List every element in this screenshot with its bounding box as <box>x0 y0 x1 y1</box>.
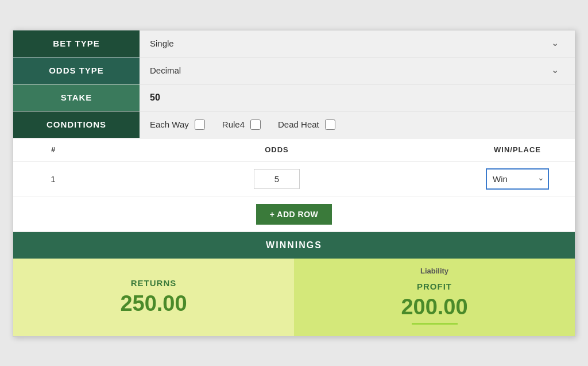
odds-type-select-wrapper: Decimal Fractional American <box>150 66 564 76</box>
returns-value: 250.00 <box>120 291 187 316</box>
stake-row: STAKE 50 <box>13 84 575 111</box>
rule4-condition: Rule4 <box>222 120 261 130</box>
profit-value: 200.00 <box>401 295 467 319</box>
calculator-container: BET TYPE Single Double Treble Accumulato… <box>13 30 575 337</box>
conditions-cell: Each Way Rule4 Dead Heat <box>140 111 575 138</box>
each-way-checkbox[interactable] <box>195 120 205 130</box>
odds-header-row: # ODDS WIN/PLACE <box>13 138 575 161</box>
winnings-header: WINNINGS <box>13 232 575 259</box>
add-row-wrapper: + ADD ROW <box>13 197 575 232</box>
col-hash-header: # <box>25 145 82 154</box>
odds-input-wrapper: 5 <box>82 169 471 189</box>
returns-label: RETURNS <box>131 278 177 288</box>
col-winplace-header: WIN/PLACE <box>471 145 563 154</box>
odds-type-label: ODDS TYPE <box>13 57 140 84</box>
each-way-condition: Each Way <box>150 120 205 130</box>
winplace-select-wrap: Win Place Each Way <box>486 168 549 190</box>
bet-type-value-cell: Single Double Treble Accumulator <box>140 30 575 57</box>
odds-row-number: 1 <box>25 174 82 184</box>
stake-input[interactable]: 50 <box>150 93 207 103</box>
odds-data-row: 1 5 Win Place Each Way <box>13 161 575 197</box>
bet-type-label: BET TYPE <box>13 30 140 57</box>
col-odds-header: ODDS <box>82 145 471 154</box>
conditions-row: CONDITIONS Each Way Rule4 Dead Heat <box>13 111 575 138</box>
rule4-label: Rule4 <box>222 120 245 129</box>
odds-type-select[interactable]: Decimal Fractional American <box>150 66 564 75</box>
odds-section: # ODDS WIN/PLACE 1 5 Win Place Each Way <box>13 138 575 232</box>
each-way-label: Each Way <box>150 120 189 129</box>
winplace-wrapper: Win Place Each Way <box>471 168 563 190</box>
stake-value-cell: 50 <box>140 84 575 111</box>
dead-heat-condition: Dead Heat <box>278 120 335 130</box>
odds-input[interactable]: 5 <box>254 169 300 189</box>
odds-type-value-cell: Decimal Fractional American <box>140 57 575 84</box>
profit-section: Liability PROFIT 200.00 <box>294 259 575 336</box>
dead-heat-checkbox[interactable] <box>325 120 335 130</box>
dead-heat-label: Dead Heat <box>278 120 319 129</box>
winnings-body: RETURNS 250.00 Liability PROFIT 200.00 <box>13 259 575 336</box>
returns-section: RETURNS 250.00 <box>13 259 294 336</box>
profit-underline <box>412 323 458 325</box>
liability-label: Liability <box>420 267 448 275</box>
rule4-checkbox[interactable] <box>250 120 261 130</box>
odds-type-row: ODDS TYPE Decimal Fractional American <box>13 57 575 84</box>
stake-label: STAKE <box>13 84 140 111</box>
conditions-label: CONDITIONS <box>13 111 140 138</box>
bet-type-row: BET TYPE Single Double Treble Accumulato… <box>13 30 575 57</box>
bet-type-select-wrapper: Single Double Treble Accumulator <box>150 38 564 49</box>
profit-label: PROFIT <box>417 282 452 291</box>
winplace-select[interactable]: Win Place Each Way <box>486 168 549 190</box>
add-row-button[interactable]: + ADD ROW <box>256 204 332 225</box>
bet-type-select[interactable]: Single Double Treble Accumulator <box>150 38 564 48</box>
